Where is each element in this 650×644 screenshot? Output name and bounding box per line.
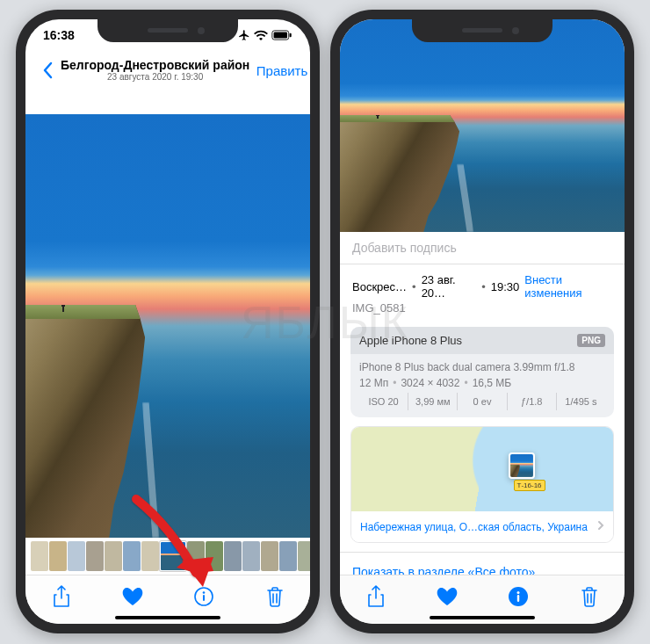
adjust-date-button[interactable]: Внести изменения bbox=[524, 273, 612, 300]
info-icon bbox=[509, 587, 528, 606]
svg-marker-6 bbox=[182, 557, 213, 587]
map-road-label: Т-16-16 bbox=[514, 480, 545, 491]
thumbnail[interactable] bbox=[298, 541, 310, 571]
delete-button[interactable] bbox=[257, 581, 292, 612]
exif-focal: 3,99 мм bbox=[408, 393, 457, 410]
caption-input[interactable]: Добавить подпись bbox=[340, 232, 625, 264]
thumbnail[interactable] bbox=[279, 541, 297, 571]
notch bbox=[412, 19, 552, 42]
map-pin bbox=[509, 452, 535, 479]
thumbnail[interactable] bbox=[261, 541, 278, 571]
battery-icon bbox=[271, 30, 292, 40]
map-address-row[interactable]: Набережная улица, О…ская область, Украин… bbox=[351, 511, 613, 542]
main-photo[interactable] bbox=[25, 114, 310, 538]
info-photo-preview[interactable] bbox=[340, 19, 625, 232]
exif-shutter: 1/495 s bbox=[556, 393, 605, 410]
thumbnail[interactable] bbox=[86, 541, 104, 571]
exif-iso: ISO 20 bbox=[359, 393, 408, 410]
delete-button[interactable] bbox=[572, 581, 607, 612]
date: 23 авг. 20… bbox=[422, 273, 477, 300]
share-button[interactable] bbox=[44, 581, 79, 612]
svg-rect-2 bbox=[290, 33, 292, 37]
exif-ev: 0 ev bbox=[457, 393, 506, 410]
nav-title: Белгород-Днестровский район bbox=[61, 59, 249, 72]
edit-button[interactable]: Править bbox=[249, 63, 307, 78]
svg-point-8 bbox=[516, 591, 519, 594]
format-badge: PNG bbox=[577, 334, 605, 347]
map-card[interactable]: Т-16-16 Набережная улица, О…ская область… bbox=[350, 426, 614, 543]
camera-specs: 12 Мп3024 × 403216,5 МБ bbox=[359, 377, 605, 389]
thumbnail[interactable] bbox=[224, 541, 242, 571]
nav-subtitle: 23 августа 2020 г. 19:30 bbox=[61, 72, 249, 82]
chevron-left-icon bbox=[41, 62, 54, 79]
map-address: Набережная улица, О…ская область, Украин… bbox=[360, 521, 588, 533]
nav-bar: Белгород-Днестровский район 23 августа 2… bbox=[25, 51, 310, 90]
nav-title-block: Белгород-Днестровский район 23 августа 2… bbox=[61, 59, 249, 82]
annotation-arrow bbox=[127, 492, 224, 597]
map-preview[interactable]: Т-16-16 bbox=[351, 427, 613, 511]
phone-right: Добавить подпись Воскрес… • 23 авг. 20… … bbox=[330, 10, 634, 633]
wifi-icon bbox=[254, 30, 268, 40]
share-icon bbox=[367, 585, 385, 608]
home-indicator[interactable] bbox=[115, 616, 220, 619]
filename: IMG_0581 bbox=[352, 301, 612, 315]
notch bbox=[98, 19, 238, 42]
exif-aperture: ƒ/1.8 bbox=[507, 393, 556, 410]
thumbnail[interactable] bbox=[105, 541, 122, 571]
trash-icon bbox=[266, 586, 284, 607]
heart-icon bbox=[437, 587, 458, 606]
chevron-right-icon bbox=[597, 520, 604, 533]
share-button[interactable] bbox=[358, 581, 394, 612]
exif-row: ISO 20 3,99 мм 0 ev ƒ/1.8 1/495 s bbox=[359, 393, 605, 410]
camera-device: Apple iPhone 8 Plus bbox=[359, 334, 462, 347]
thumbnail[interactable] bbox=[242, 541, 260, 571]
date-row: Воскрес… • 23 авг. 20… • 19:30 Внести из… bbox=[352, 273, 612, 300]
favorite-button[interactable] bbox=[430, 581, 465, 612]
thumbnail[interactable] bbox=[49, 541, 67, 571]
trash-icon bbox=[581, 586, 598, 607]
back-button[interactable] bbox=[34, 62, 61, 79]
thumbnail[interactable] bbox=[68, 541, 85, 571]
camera-lens: iPhone 8 Plus back dual camera 3.99mm f/… bbox=[359, 361, 605, 373]
weekday: Воскрес… bbox=[352, 280, 407, 293]
thumbnail[interactable] bbox=[31, 541, 48, 571]
svg-rect-1 bbox=[274, 33, 287, 39]
airplane-icon bbox=[238, 29, 250, 41]
svg-rect-9 bbox=[516, 595, 518, 602]
home-indicator[interactable] bbox=[430, 616, 535, 619]
status-icons bbox=[238, 29, 292, 41]
info-panel: Добавить подпись Воскрес… • 23 авг. 20… … bbox=[340, 19, 625, 624]
status-time: 16:38 bbox=[43, 28, 75, 42]
info-button-active[interactable] bbox=[501, 581, 536, 612]
share-icon bbox=[53, 585, 70, 608]
camera-card: Apple iPhone 8 Plus PNG iPhone 8 Plus ba… bbox=[350, 327, 614, 417]
time: 19:30 bbox=[491, 280, 520, 293]
